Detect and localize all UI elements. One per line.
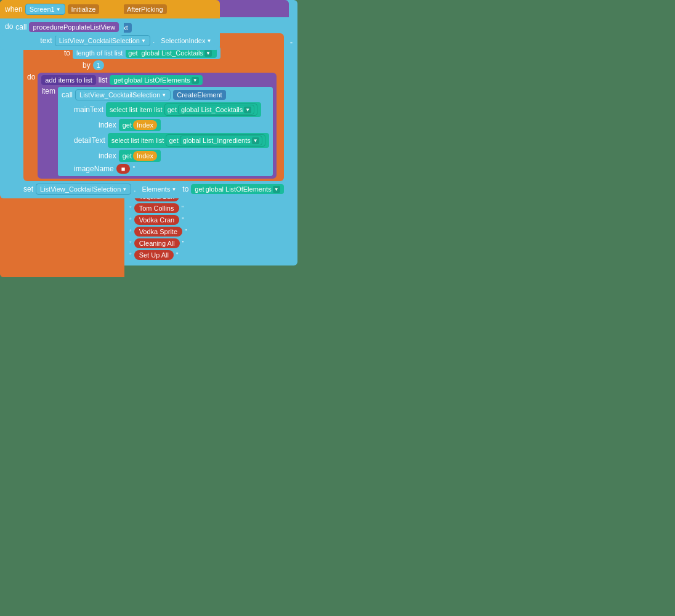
elements-tag[interactable]: Elements ▼: [139, 184, 180, 194]
do-kw4: do: [5, 22, 13, 31]
item-row: item call ListView_CocktailSelection ▼: [41, 87, 272, 176]
list-item: *Set Up All": [129, 250, 293, 260]
after-picking-tag: AfterPicking: [123, 4, 167, 14]
index-kw2: index: [99, 152, 116, 160]
detail-text-row: detailText select list item list get glo…: [62, 133, 269, 148]
set-elements-row: set ListView_CocktailSelection ▼ . Eleme…: [23, 184, 284, 195]
add-items-label: add items to list: [41, 75, 95, 85]
listview-set-tag[interactable]: ListView_CocktailSelection ▼: [36, 184, 131, 195]
initialize-tag: Initialize: [68, 4, 100, 14]
index-kw: index: [99, 121, 116, 129]
index-row-1: index get Index: [62, 119, 269, 131]
procedure-tag: procedurePopulateListView: [29, 22, 119, 32]
call-kw: call: [62, 91, 73, 99]
image-name-kw: imageName: [74, 164, 114, 173]
global-list-cocktails-tag[interactable]: global List_Cocktails ▼: [178, 105, 254, 115]
screen1-tag[interactable]: Screen1 ▼: [25, 4, 65, 15]
call-create-element-block: call ListView_CocktailSelection ▼ Create…: [58, 87, 273, 176]
list-item: *Tom Collins": [129, 203, 293, 213]
global-loe-var2[interactable]: get global ListOfElements ▼: [110, 75, 202, 85]
list-kw2: list: [99, 76, 108, 84]
text-kw: text: [40, 36, 52, 45]
listview-text-tag[interactable]: ListView_CocktailSelection ▼: [55, 35, 150, 46]
select-list-item-2: select list item list get global List_In…: [108, 133, 269, 148]
index-var-tag-2: Index: [133, 151, 157, 161]
foreach-do-row: do add items to list list get global Lis…: [27, 73, 280, 179]
create-element-label: CreateElement: [173, 90, 225, 100]
by-val: 1: [93, 60, 104, 70]
image-string-val: ■: [116, 164, 131, 174]
when-screen-init-block: when Screen1 ▼ Initialize do call proced…: [0, 0, 124, 36]
by-kw: by: [83, 61, 91, 70]
list-item: *Vodka Sprite": [129, 227, 293, 237]
index-row-2: index get Index: [62, 150, 269, 162]
call-kw3: call: [15, 23, 26, 31]
to-kw3: to: [182, 185, 188, 193]
item-kw: item: [41, 87, 55, 95]
selection-index-tag[interactable]: SelectionIndex ▼: [157, 36, 215, 46]
when-screen-body: do call procedurePopulateListView: [0, 18, 124, 36]
global-list-ingredients-tag[interactable]: global List_Ingredients ▼: [180, 136, 262, 145]
call-row: call ListView_CocktailSelection ▼ Create…: [62, 89, 269, 100]
global-list-cocktails-inner[interactable]: global List_Cocktails ▼: [139, 49, 214, 57]
when-kw2: when: [5, 5, 23, 14]
index-var-tag: Index: [133, 120, 157, 130]
get-index-2[interactable]: get Index: [119, 150, 161, 162]
main-text-kw: mainText: [74, 105, 103, 114]
get-index-1[interactable]: get Index: [119, 119, 161, 131]
list-item: *Vodka Cran": [129, 215, 293, 225]
get-loe-final[interactable]: get global ListOfElements ▼: [191, 184, 283, 194]
to-kw2: to: [64, 49, 70, 57]
call-procedure-row: call procedurePopulateListView: [15, 22, 119, 32]
add-items-header: add items to list list get global ListOf…: [41, 75, 272, 85]
set-kw2: set: [23, 185, 33, 193]
list-item: *Cleaning All": [129, 238, 293, 248]
do-kw2: do: [27, 73, 35, 81]
foreach-by-row: by 1: [27, 60, 280, 70]
image-name-row: imageName ■ ": [62, 164, 269, 174]
when-screen-header: when Screen1 ▼ Initialize: [0, 0, 124, 18]
text-row: text ListView_CocktailSelection ▼ . Sele…: [15, 35, 215, 46]
detail-text-kw: detailText: [74, 136, 105, 145]
select-list-item-1: select list item list get global List_Co…: [106, 102, 261, 117]
listview-component-tag[interactable]: ListView_CocktailSelection ▼: [75, 89, 171, 100]
add-items-block: add items to list list get global ListOf…: [38, 73, 276, 179]
foreach-block: for each Index from 1 to length of list …: [23, 33, 284, 181]
main-text-row: mainText select list item list get globa…: [62, 102, 269, 117]
